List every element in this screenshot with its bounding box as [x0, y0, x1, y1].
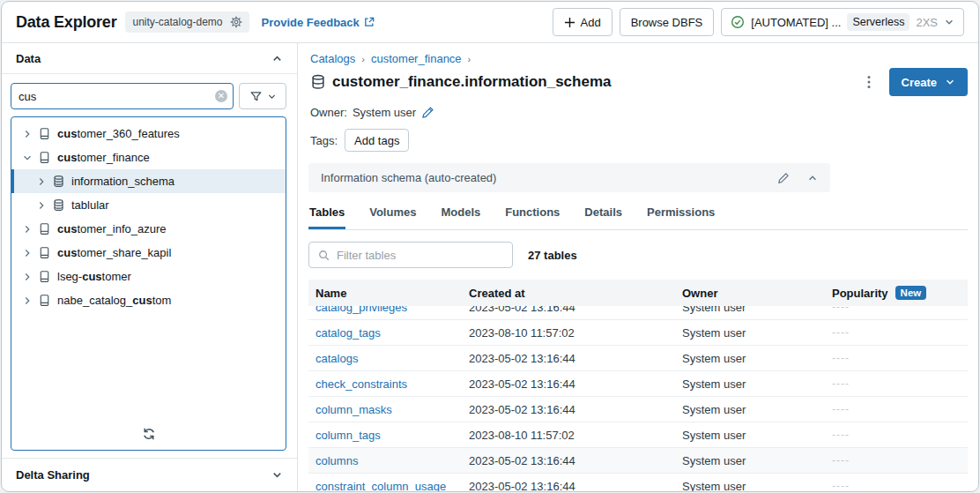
chevron-down-icon [945, 77, 955, 87]
create-button[interactable]: Create [889, 68, 968, 96]
table-link-check_constraints[interactable]: check_constraints [316, 377, 407, 391]
chevron-right-icon[interactable] [20, 129, 34, 139]
catalog-icon [38, 270, 51, 283]
schema-icon [52, 175, 65, 188]
tree-item-lseg-customer[interactable]: lseg-customer [11, 265, 286, 288]
catalog-icon [38, 246, 51, 259]
chevron-down-icon [944, 17, 954, 27]
tab-volumes[interactable]: Volumes [368, 205, 417, 229]
schema-icon [310, 74, 326, 90]
tree-item-tablular[interactable]: tablular [11, 193, 286, 217]
breadcrumb-catalog-link[interactable]: customer_finance [371, 52, 462, 65]
breadcrumb: Catalogs › customer_finance › [308, 50, 968, 65]
column-header-popularity[interactable]: Popularity New [825, 286, 968, 300]
tree-item-customer_360_features[interactable]: customer_360_features [11, 122, 286, 146]
add-tags-button[interactable]: Add tags [345, 129, 409, 152]
app-title: Data Explorer [16, 13, 116, 32]
sidebar-section-data[interactable]: Data [2, 43, 297, 74]
created-at-cell: 2023-05-02 13:16:44 [462, 352, 675, 365]
chevron-down-icon [271, 469, 283, 481]
chevron-right-icon[interactable] [20, 295, 34, 306]
tab-details[interactable]: Details [583, 205, 623, 229]
workspace-badge: unity-catalog-demo [125, 11, 249, 33]
create-button-label: Create [902, 76, 937, 89]
kebab-menu-icon[interactable] [858, 69, 880, 95]
chevron-right-icon[interactable] [34, 200, 48, 211]
chevron-up-icon[interactable] [271, 53, 283, 64]
owner-cell: System user [675, 352, 825, 365]
tree-item-label: customer_360_features [57, 127, 180, 140]
tags-row: Tags: Add tags [308, 129, 968, 152]
table-link-constraint_column_usage[interactable]: constraint_column_usage [316, 480, 446, 492]
refresh-icon[interactable] [142, 427, 156, 441]
created-at-cell: 2023-05-02 13:16:44 [462, 480, 675, 492]
tree-item-customer_info_azure[interactable]: customer_info_azure [11, 217, 286, 241]
chevron-down-icon [267, 92, 277, 101]
tree-item-nabe_catalog_custom[interactable]: nabe_catalog_custom [11, 288, 286, 312]
catalog-icon [38, 127, 51, 140]
cluster-name: [AUTOMATED] ... [751, 16, 841, 29]
filter-tables-box [308, 242, 513, 268]
owner-cell: System user [675, 429, 825, 442]
data-explorer-window: Data Explorer unity-catalog-demo Provide… [1, 1, 979, 492]
owner-row: Owner: System user [308, 106, 968, 119]
table-row: catalog_tags2023-08-10 11:57:02System us… [308, 320, 968, 346]
filter-tables-input[interactable] [337, 249, 504, 262]
sidebar-section-delta-sharing[interactable]: Delta Sharing [2, 458, 297, 491]
catalog-icon [38, 222, 51, 235]
table-row: column_masks2023-05-02 13:16:44System us… [308, 397, 968, 422]
edit-comment-pencil-icon[interactable] [777, 172, 790, 184]
check-circle-icon [731, 15, 745, 29]
popularity-cell: ---- [825, 352, 968, 364]
funnel-icon [249, 90, 263, 103]
column-header-name[interactable]: Name [308, 287, 462, 300]
add-button[interactable]: Add [553, 8, 612, 36]
chevron-right-icon[interactable] [34, 176, 48, 187]
table-link-catalogs[interactable]: catalogs [316, 352, 358, 365]
cluster-size: 2XS [916, 16, 938, 29]
popularity-cell: ---- [825, 326, 968, 339]
table-link-column_tags[interactable]: column_tags [316, 429, 381, 442]
top-bar: Data Explorer unity-catalog-demo Provide… [2, 2, 978, 43]
browse-dbfs-button[interactable]: Browse DBFS [620, 8, 715, 36]
tree-filter-button[interactable] [239, 83, 286, 109]
tree-item-customer_finance[interactable]: customer_finance [11, 146, 286, 169]
chevron-right-icon[interactable] [20, 272, 34, 282]
table-link-columns[interactable]: columns [316, 454, 358, 467]
table-link-column_masks[interactable]: column_masks [316, 403, 392, 416]
created-at-cell: 2023-05-02 13:16:44 [462, 377, 675, 391]
tree-item-label: customer_finance [57, 151, 150, 164]
provide-feedback-link[interactable]: Provide Feedback [262, 16, 375, 29]
tab-functions[interactable]: Functions [504, 205, 561, 229]
gear-icon[interactable] [230, 16, 242, 28]
tab-permissions[interactable]: Permissions [646, 205, 716, 229]
tree-item-label: information_schema [71, 175, 174, 188]
collapse-banner-chevron-up-icon[interactable] [807, 173, 818, 183]
main-content: Catalogs › customer_finance › customer_f… [298, 43, 978, 491]
column-header-owner[interactable]: Owner [675, 287, 825, 300]
tree-item-label: nabe_catalog_custom [57, 294, 171, 307]
catalog-search-row: ✕ [11, 83, 286, 109]
tree-item-customer_share_kapil[interactable]: customer_share_kapil [11, 241, 286, 265]
chevron-down-icon[interactable] [20, 153, 34, 163]
cluster-selector[interactable]: [AUTOMATED] ... Serverless 2XS [721, 8, 964, 36]
table-row: check_constraints2023-05-02 13:16:44Syst… [308, 371, 968, 397]
catalog-tree: customer_360_featurescustomer_financeinf… [11, 116, 286, 451]
edit-owner-pencil-icon[interactable] [421, 106, 434, 119]
external-link-icon [364, 17, 375, 27]
tree-item-information_schema[interactable]: information_schema [11, 169, 286, 193]
column-header-created-at[interactable]: Created at [462, 287, 675, 300]
tab-tables[interactable]: Tables [308, 205, 345, 229]
breadcrumb-catalogs-link[interactable]: Catalogs [310, 52, 355, 65]
clear-search-icon[interactable]: ✕ [215, 90, 227, 102]
table-count: 27 tables [528, 249, 577, 262]
created-at-cell: 2023-08-10 11:57:02 [462, 429, 675, 442]
tree-item-label: customer_info_azure [57, 222, 167, 235]
catalog-search-input[interactable] [19, 90, 215, 103]
tags-label: Tags: [310, 134, 338, 147]
table-link-catalog_tags[interactable]: catalog_tags [316, 326, 381, 340]
chevron-right-icon[interactable] [20, 224, 34, 235]
schema-comment-banner: Information schema (auto-created) [308, 163, 830, 192]
tab-models[interactable]: Models [440, 205, 481, 229]
chevron-right-icon[interactable] [20, 248, 34, 258]
